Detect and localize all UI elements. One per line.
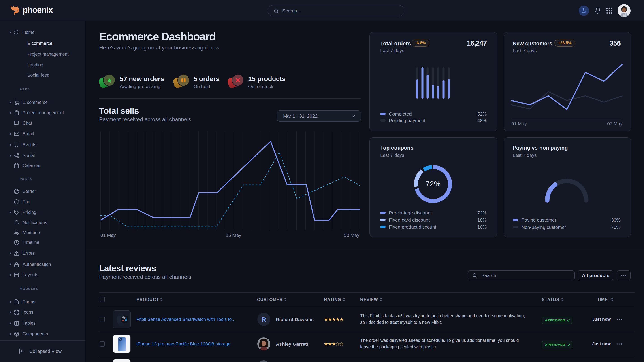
svg-text:R: R [262,316,266,323]
